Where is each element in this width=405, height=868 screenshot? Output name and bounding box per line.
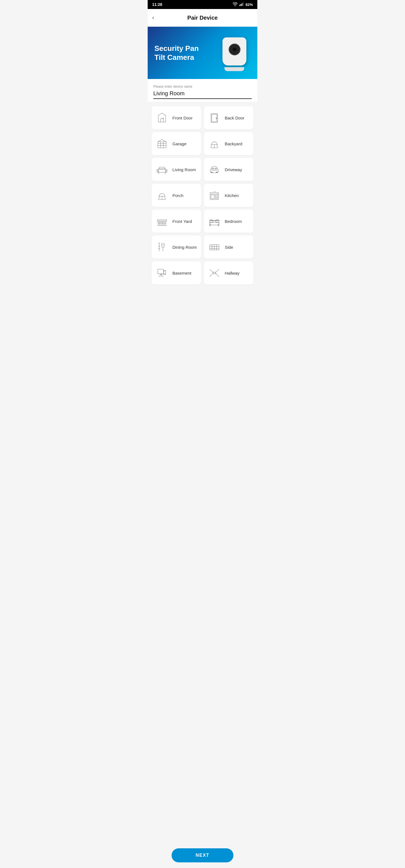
hero-banner: Security Pan Tilt Camera — [148, 27, 257, 79]
room-label-front-door: Front Door — [172, 116, 193, 120]
svg-rect-26 — [216, 172, 218, 173]
room-card-front-door[interactable]: Front Door — [152, 106, 201, 129]
garage-icon — [155, 137, 169, 150]
device-name-input[interactable] — [153, 90, 252, 99]
living-room-icon — [155, 163, 169, 176]
room-label-bedroom: Bedroom — [225, 219, 242, 224]
basement-icon — [155, 267, 169, 279]
room-card-kitchen[interactable]: Kitchen — [204, 184, 253, 207]
svg-rect-9 — [158, 142, 166, 148]
svg-rect-37 — [215, 197, 218, 199]
header: ‹ Pair Device — [148, 9, 257, 27]
camera-image — [220, 35, 251, 71]
bedroom-icon — [208, 215, 221, 228]
svg-rect-35 — [211, 195, 214, 198]
room-card-porch[interactable]: Porch — [152, 184, 201, 207]
room-card-hallway[interactable]: Hallway — [204, 261, 253, 284]
status-time: 11:28 — [152, 2, 162, 7]
porch-icon — [155, 189, 169, 202]
room-label-driveway: Driveway — [225, 167, 242, 172]
svg-rect-2 — [240, 4, 241, 6]
rooms-section: Front Door Back Door Garage Backyard — [148, 102, 257, 313]
back-door-icon — [208, 111, 221, 124]
hero-title: Security Pan Tilt Camera — [154, 44, 207, 62]
svg-rect-36 — [215, 195, 218, 196]
room-card-dining-room[interactable]: Dining Room — [152, 236, 201, 258]
svg-rect-25 — [211, 172, 212, 173]
room-label-hallway: Hallway — [225, 271, 240, 276]
front-yard-icon — [155, 215, 169, 228]
svg-rect-3 — [241, 3, 242, 6]
room-card-side[interactable]: Side — [204, 236, 253, 258]
device-name-section: Please enter device name — [148, 79, 257, 102]
driveway-icon — [208, 163, 221, 176]
room-card-back-door[interactable]: Back Door — [204, 106, 253, 129]
side-icon — [208, 241, 221, 253]
svg-point-5 — [163, 118, 164, 119]
room-label-back-door: Back Door — [225, 116, 244, 120]
hallway-icon — [208, 267, 221, 279]
room-label-garage: Garage — [172, 142, 186, 146]
front-door-icon — [155, 111, 169, 124]
room-card-garage[interactable]: Garage — [152, 132, 201, 155]
room-card-front-yard[interactable]: Front Yard — [152, 210, 201, 233]
room-label-basement: Basement — [172, 271, 192, 276]
svg-rect-21 — [159, 167, 165, 169]
room-label-front-yard: Front Yard — [172, 219, 192, 224]
svg-line-17 — [216, 145, 218, 148]
room-label-living-room: Living Room — [172, 167, 196, 172]
svg-rect-52 — [209, 220, 219, 221]
backyard-icon — [208, 137, 221, 150]
room-label-dining-room: Dining Room — [172, 245, 197, 250]
rooms-grid: Front Door Back Door Garage Backyard — [152, 106, 253, 284]
page-title: Pair Device — [187, 14, 218, 21]
svg-line-32 — [158, 197, 160, 199]
svg-rect-4 — [243, 2, 243, 6]
status-bar: 11:28 82% — [148, 0, 257, 9]
room-label-kitchen: Kitchen — [225, 193, 239, 198]
room-card-backyard[interactable]: Backyard — [204, 132, 253, 155]
kitchen-icon — [208, 189, 221, 202]
room-card-driveway[interactable]: Driveway — [204, 158, 253, 181]
back-button[interactable]: ‹ — [152, 13, 156, 23]
room-card-living-room[interactable]: Living Room — [152, 158, 201, 181]
room-card-bedroom[interactable]: Bedroom — [204, 210, 253, 233]
device-name-label: Please enter device name — [153, 85, 252, 89]
svg-line-16 — [211, 145, 212, 148]
room-label-porch: Porch — [172, 193, 183, 198]
svg-rect-65 — [158, 269, 164, 274]
svg-rect-68 — [213, 272, 215, 274]
wifi-icon — [233, 2, 238, 7]
svg-line-33 — [164, 197, 166, 199]
battery-level: 82% — [245, 3, 253, 7]
dining-room-icon — [155, 241, 169, 253]
room-card-basement[interactable]: Basement — [152, 261, 201, 284]
room-label-side: Side — [225, 245, 233, 250]
signal-icon — [239, 2, 244, 7]
svg-point-0 — [235, 5, 235, 6]
room-label-backyard: Backyard — [225, 142, 242, 146]
svg-rect-1 — [239, 4, 240, 6]
